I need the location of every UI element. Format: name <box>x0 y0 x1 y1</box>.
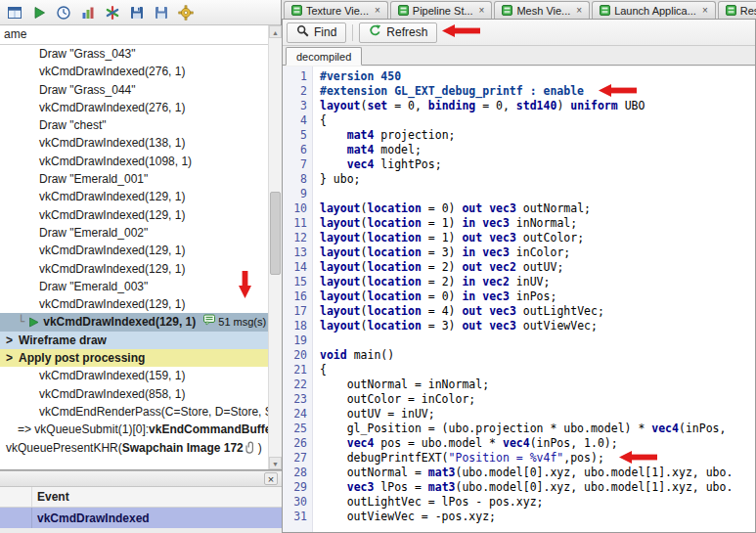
tab-decompiled[interactable]: decompiled <box>286 47 362 66</box>
clock-icon[interactable] <box>53 2 74 23</box>
tree-row[interactable]: vkCmdDrawIndexed(1098, 1) <box>0 153 268 170</box>
refresh-label: Refresh <box>386 25 427 39</box>
tree-row[interactable]: vkCmdDrawIndexed(129, 1) <box>0 188 268 205</box>
tree-row[interactable]: Draw "Grass_043" <box>0 45 268 63</box>
tree-row[interactable]: vkCmdDrawIndexed(129, 1) <box>0 206 268 224</box>
code-line: layout(location = 3) out vec3 outViewVec… <box>320 319 755 333</box>
tree-row[interactable]: vkCmdDrawIndexed(858, 1) <box>0 385 268 403</box>
event-label: Draw "Emerald_002" <box>39 224 148 242</box>
event-label: => vkQueueSubmit(1)[0]: <box>18 421 149 438</box>
code-line: layout(location = 1) in vec3 inNormal; <box>320 216 755 231</box>
resource-name: vkEndCommandBuffer(Ba <box>149 421 268 438</box>
close-icon[interactable]: × <box>264 472 278 485</box>
code-line: layout(location = 0) out vec3 outNormal; <box>320 201 755 216</box>
tree-row[interactable]: vkCmdDrawIndexed(129, 1) <box>0 260 268 278</box>
tab-label: Mesh Vie... <box>516 5 570 17</box>
code-line: } ubo; <box>320 172 755 187</box>
sparkle-icon[interactable] <box>102 2 123 23</box>
event-column-label: Event <box>32 490 69 504</box>
tab-resources[interactable]: Res... <box>718 1 756 19</box>
event-label: vkCmdDrawIndexed(276, 1) <box>39 99 185 116</box>
event-cell: vkCmdDrawIndexed <box>32 511 150 525</box>
tree-row[interactable]: Draw "chest" <box>0 116 268 134</box>
tab-pipeline-state[interactable]: Pipeline St...× <box>390 1 493 19</box>
eid-cell <box>0 508 32 528</box>
scrollbar-thumb[interactable] <box>270 192 281 275</box>
tree-row[interactable]: vkCmdDrawIndexed(159, 1) <box>0 367 268 384</box>
document-tabbar: Texture Vie...×Pipeline St...×Mesh Vie..… <box>282 0 756 19</box>
code-line: outLightVec = lPos - pos.xyz; <box>320 495 755 510</box>
close-icon[interactable]: × <box>576 5 582 16</box>
code-content: #version 450#extension GL_EXT_debug_prin… <box>313 67 755 532</box>
tree-row[interactable]: vkQueuePresentKHR(Swapchain Image 172) <box>0 439 268 457</box>
code-editor[interactable]: 1234567891011121314151617181920212223242… <box>283 67 755 532</box>
close-icon[interactable]: × <box>479 5 485 16</box>
line-number: 26 <box>283 436 307 451</box>
tab-texture-viewer[interactable]: Texture Vie...× <box>284 1 388 19</box>
code-line: vec4 lightPos; <box>320 157 755 172</box>
disk-icon[interactable] <box>151 2 172 23</box>
event-label: vkCmdDrawIndexed(129, 1) <box>39 260 185 278</box>
shader-toolbar: Find Refresh <box>283 20 755 46</box>
code-line: layout(location = 2) out vec2 outUV; <box>320 260 755 275</box>
name-column-header[interactable]: ame <box>0 25 268 45</box>
tree-row[interactable]: >Apply post processing <box>0 349 268 367</box>
line-number: 14 <box>283 260 307 275</box>
line-number: 30 <box>283 495 307 510</box>
shader-viewer: Find Refresh decompiled 1234567891011121… <box>282 19 756 533</box>
find-button[interactable]: Find <box>287 22 346 43</box>
close-icon[interactable]: × <box>375 5 380 16</box>
line-number: 16 <box>283 289 307 304</box>
expander-icon[interactable]: > <box>6 332 13 349</box>
tab-mesh-viewer[interactable]: Mesh Vie...× <box>494 1 590 19</box>
line-number: 6 <box>283 143 307 157</box>
right-column: Texture Vie...×Pipeline St...×Mesh Vie..… <box>282 0 756 533</box>
line-number: 2 <box>283 84 307 99</box>
window-icon[interactable] <box>4 2 25 23</box>
event-label: vkCmdDrawIndexed(138, 1) <box>39 134 185 152</box>
tree-row[interactable]: => vkQueueSubmit(1)[0]: vkEndCommandBuff… <box>0 421 268 438</box>
tree-row[interactable]: >Wireframe draw <box>0 332 268 349</box>
panel-titlebar: × <box>0 471 282 487</box>
eid-column <box>0 487 32 507</box>
document-icon <box>600 5 610 16</box>
code-line: layout(location = 4) out vec3 outLightVe… <box>320 304 755 319</box>
event-label: vkCmdDrawIndexed(129, 1) <box>39 188 185 205</box>
code-line: outNormal = mat3(ubo.model[0].xyz, ubo.m… <box>320 466 755 480</box>
tree-row[interactable]: Draw "Emerald_002" <box>0 224 268 242</box>
tree-row[interactable]: vkCmdDrawIndexed(276, 1) <box>0 99 268 116</box>
play-icon[interactable] <box>28 2 50 23</box>
line-number: 4 <box>283 113 307 128</box>
event-table-row[interactable]: vkCmdDrawIndexed <box>0 508 282 528</box>
tree-row[interactable]: Draw "Emerald_003" <box>0 278 268 295</box>
tree-row[interactable]: vkCmdDrawIndexed(129, 1) <box>0 242 268 259</box>
code-line: layout(location = 1) out vec3 outColor; <box>320 231 755 245</box>
event-label: vkCmdEndRenderPass(C=Store, D=Store, S=.… <box>39 403 268 421</box>
document-icon <box>726 5 736 16</box>
line-number: 22 <box>283 378 307 392</box>
tree-row[interactable]: Draw "Emerald_001" <box>0 170 268 188</box>
tree-row[interactable]: vkCmdDrawIndexed(276, 1) <box>0 63 268 80</box>
tree-row[interactable]: vkCmdDrawIndexed(138, 1) <box>0 134 268 152</box>
line-number: 31 <box>283 510 307 524</box>
event-tree-scrollbar[interactable]: ▲ ▼ <box>268 25 282 469</box>
expander-icon[interactable]: > <box>6 349 13 367</box>
event-tree[interactable]: Draw "Grass_043"vkCmdDrawIndexed(276, 1)… <box>0 45 268 469</box>
event-table-header[interactable]: Event <box>0 487 282 508</box>
gear-icon[interactable] <box>175 2 197 23</box>
chart-icon[interactable] <box>77 2 99 23</box>
code-line: mat4 projection; <box>320 128 755 143</box>
scroll-up-icon[interactable]: ▲ <box>269 25 282 38</box>
save-icon[interactable] <box>126 2 148 23</box>
scroll-down-icon[interactable]: ▼ <box>269 457 282 469</box>
tree-row[interactable]: Draw "Grass_044" <box>0 81 268 99</box>
tree-row[interactable]: └vkCmdDrawIndexed(129, 1)51 msg(s) <box>0 313 268 331</box>
close-icon[interactable]: × <box>702 5 708 16</box>
refresh-button[interactable]: Refresh <box>359 22 437 43</box>
messages-badge[interactable]: 51 msg(s) <box>203 313 266 331</box>
tab-launch-application[interactable]: Launch Applica...× <box>592 1 716 19</box>
messages-badge-label: 51 msg(s) <box>218 313 266 331</box>
tree-row[interactable]: vkCmdDrawIndexed(129, 1) <box>0 295 268 313</box>
event-label: vkCmdDrawIndexed(129, 1) <box>39 242 185 259</box>
tree-row[interactable]: vkCmdEndRenderPass(C=Store, D=Store, S=.… <box>0 403 268 421</box>
